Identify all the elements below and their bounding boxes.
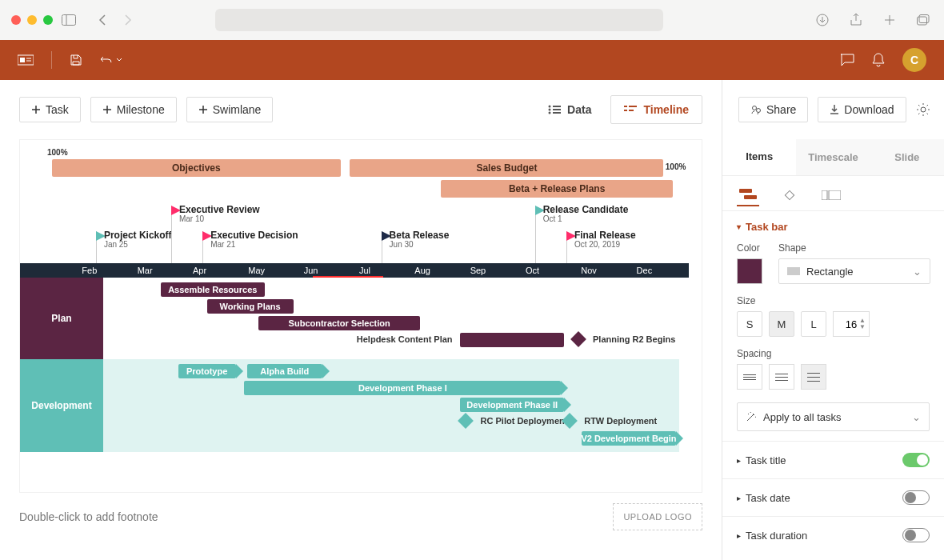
add-swimlane-button[interactable]: Swimlane xyxy=(186,97,274,122)
subtab-milestone-icon[interactable] xyxy=(778,184,801,206)
beta-label: Beta + Release Plans xyxy=(509,183,605,194)
item-type-tabs xyxy=(722,176,944,211)
month-axis: Jan Feb Mar Apr May Jun Jul Aug Sep Oct … xyxy=(52,263,689,278)
task-title-label: Task title xyxy=(746,454,786,466)
svg-point-9 xyxy=(549,106,551,108)
task-assemble[interactable]: Assemble Resources xyxy=(161,282,265,297)
svg-rect-6 xyxy=(20,58,25,62)
tabs-icon[interactable] xyxy=(914,10,933,30)
section-task-title[interactable]: ▸Task title xyxy=(722,442,944,479)
size-number-input[interactable]: 16▲▼ xyxy=(833,311,870,337)
tab-timescale[interactable]: Timescale xyxy=(796,139,870,175)
objectives-label: Objectives xyxy=(172,162,221,174)
month-may: May xyxy=(245,263,300,278)
back-icon[interactable] xyxy=(93,10,112,30)
forward-icon[interactable] xyxy=(118,10,138,30)
month-feb: Feb xyxy=(78,263,134,278)
task-dev-phase2[interactable]: Development Phase II xyxy=(460,398,564,412)
maximize-window-icon[interactable] xyxy=(43,15,53,25)
spacing-tight-button[interactable] xyxy=(737,364,762,390)
sidebar-toggle-icon[interactable] xyxy=(59,10,78,30)
svg-rect-0 xyxy=(62,15,76,26)
task-date-label: Task date xyxy=(746,492,790,504)
month-aug: Aug xyxy=(411,263,466,278)
chevron-down-icon: ⌄ xyxy=(913,266,922,278)
month-apr: Apr xyxy=(190,263,245,278)
task-helpdesk[interactable] xyxy=(460,333,564,347)
share-icon[interactable] xyxy=(846,10,866,30)
close-window-icon[interactable] xyxy=(11,15,21,25)
download-button[interactable]: Download xyxy=(818,97,906,122)
add-milestone-label: Milestone xyxy=(117,103,165,116)
task-dev-phase1[interactable]: Development Phase I xyxy=(244,381,561,395)
svg-rect-4 xyxy=(917,17,926,25)
apply-label: Apply to all tasks xyxy=(763,411,842,423)
url-bar[interactable] xyxy=(215,9,663,31)
timeline-canvas[interactable]: 100% Objectives Sales Budget 100% Beta +… xyxy=(19,139,702,493)
task-title-toggle[interactable] xyxy=(902,453,930,467)
add-task-button[interactable]: Task xyxy=(19,97,81,122)
summary-bar-beta[interactable]: Beta + Release Plans xyxy=(441,180,673,198)
task-prototype[interactable]: Prototype xyxy=(178,364,236,378)
section-task-bar: ▾Task bar Color Shape Rectangle ⌄ Size xyxy=(722,211,944,442)
svg-point-20 xyxy=(757,109,761,113)
task-working-plans[interactable]: Working Plans xyxy=(207,299,294,314)
section-task-date[interactable]: ▸Task date xyxy=(722,479,944,517)
svg-rect-26 xyxy=(829,190,841,200)
milestone-rc-pilot[interactable] xyxy=(458,413,474,429)
svg-rect-3 xyxy=(919,15,929,23)
data-view-button[interactable]: Data xyxy=(535,95,604,124)
task-duration-toggle[interactable] xyxy=(902,528,930,542)
color-swatch[interactable] xyxy=(737,258,762,284)
avatar[interactable]: C xyxy=(902,48,926,72)
apply-select[interactable]: Apply to all tasks ⌄ xyxy=(737,402,930,431)
share-button[interactable]: Share xyxy=(738,97,808,122)
upload-logo-button[interactable]: UPLOAD LOGO xyxy=(613,503,702,530)
task-bar-header[interactable]: ▾Task bar xyxy=(737,221,930,233)
add-milestone-button[interactable]: Milestone xyxy=(90,97,177,122)
timeline-view-button[interactable]: Timeline xyxy=(610,95,702,124)
comment-icon[interactable] xyxy=(840,54,854,66)
spacing-normal-button[interactable] xyxy=(769,364,794,390)
new-tab-icon[interactable] xyxy=(880,10,899,30)
summary-bar-sales[interactable]: Sales Budget 100% xyxy=(350,159,663,177)
settings-icon[interactable] xyxy=(916,97,930,122)
task-subcontractor[interactable]: Subcontractor Selection xyxy=(258,316,420,330)
tab-slide[interactable]: Slide xyxy=(870,139,944,175)
tab-items[interactable]: Items xyxy=(722,139,796,175)
add-tool-row: Task Milestone Swimlane Data Timeline xyxy=(19,80,722,139)
task-v2[interactable]: V2 Development Begin xyxy=(582,431,677,446)
shape-select[interactable]: Rectangle ⌄ xyxy=(778,258,930,284)
svg-point-21 xyxy=(921,107,926,112)
objectives-pct: 100% xyxy=(47,148,68,157)
subtab-task-icon[interactable] xyxy=(737,184,759,206)
minimize-window-icon[interactable] xyxy=(27,15,37,25)
notification-icon[interactable] xyxy=(872,53,885,67)
download-icon[interactable] xyxy=(813,10,832,30)
presentation-icon[interactable] xyxy=(18,54,34,66)
swimlane-development[interactable]: Development Prototype Alpha Build Develo… xyxy=(52,359,679,452)
milestone-planning-r2[interactable] xyxy=(570,331,586,347)
swimlane-plan[interactable]: Plan Assemble Resources Working Plans Su… xyxy=(52,278,679,359)
svg-rect-23 xyxy=(744,195,757,199)
svg-point-13 xyxy=(549,112,551,114)
save-icon[interactable] xyxy=(70,54,82,66)
footnote-placeholder[interactable]: Double-click to add footnote xyxy=(19,510,158,523)
size-m-button[interactable]: M xyxy=(769,311,794,337)
undo-icon[interactable] xyxy=(100,54,122,66)
month-dec: Dec xyxy=(634,263,689,278)
size-s-button[interactable]: S xyxy=(737,311,762,337)
task-date-toggle[interactable] xyxy=(902,490,930,505)
subtab-swimlane-icon[interactable] xyxy=(820,184,842,206)
summary-bar-objectives[interactable]: 100% Objectives xyxy=(52,159,341,177)
app-toolbar: C xyxy=(0,40,944,80)
month-sep: Sep xyxy=(467,263,522,278)
wand-icon xyxy=(746,411,757,422)
color-label: Color xyxy=(737,242,762,254)
spacing-loose-button[interactable] xyxy=(801,364,826,390)
month-nov: Nov xyxy=(578,263,633,278)
task-alpha[interactable]: Alpha Build xyxy=(247,364,322,378)
size-l-button[interactable]: L xyxy=(801,311,826,337)
section-task-duration[interactable]: ▸Task duration xyxy=(722,517,944,554)
svg-point-19 xyxy=(753,106,757,110)
